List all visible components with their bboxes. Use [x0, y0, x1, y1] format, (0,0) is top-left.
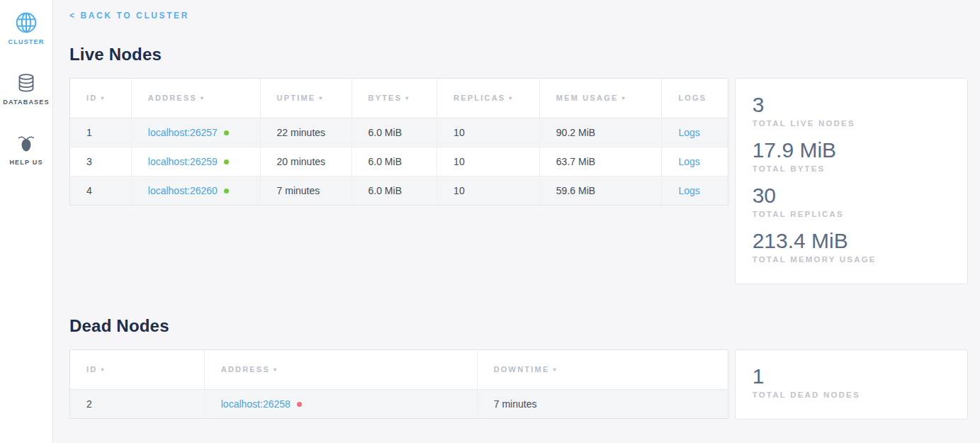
bug-icon [16, 131, 37, 155]
sidebar-item-databases[interactable]: DATABASES [0, 71, 52, 106]
cell-bytes: 6.0 MiB [351, 147, 437, 176]
back-to-cluster-link[interactable]: < BACK TO CLUSTER [69, 11, 189, 21]
cell-id: 4 [70, 176, 131, 205]
column-header-mem_usage[interactable]: MEM USAGE▾ [539, 79, 662, 118]
column-header-logs: LOGS [662, 79, 728, 118]
cell-mem_usage: 59.6 MiB [539, 176, 662, 205]
stat-label: TOTAL MEMORY USAGE [753, 255, 950, 264]
live-nodes-title: Live Nodes [69, 45, 968, 65]
sort-arrow-icon: ▾ [405, 95, 410, 101]
sort-arrow-icon: ▾ [274, 366, 278, 373]
live-nodes-summary-card: 3TOTAL LIVE NODES17.9 MiBTOTAL BYTES30TO… [735, 78, 968, 284]
column-header-replicas[interactable]: REPLICAS▾ [437, 79, 540, 118]
stat-value: 1 [753, 364, 950, 389]
cell-mem_usage: 63.7 MiB [539, 147, 662, 176]
summary-stat: 30TOTAL REPLICAS [753, 183, 950, 218]
node-live-status-dot [224, 159, 229, 164]
cell-bytes: 6.0 MiB [351, 176, 437, 205]
dead-nodes-table: ID▾ADDRESS▾DOWNTIME▾2localhost:262587 mi… [70, 350, 728, 418]
dead-nodes-summary-card: 1TOTAL DEAD NODES [735, 349, 968, 420]
logs-link[interactable]: Logs [678, 127, 699, 138]
column-header-bytes[interactable]: BYTES▾ [351, 79, 437, 118]
cell-bytes: 6.0 MiB [351, 118, 437, 147]
stat-label: TOTAL REPLICAS [753, 210, 950, 218]
sidebar-item-cluster[interactable]: CLUSTER [0, 11, 52, 45]
live-nodes-table-card: ID▾ADDRESS▾UPTIME▾BYTES▾REPLICAS▾MEM USA… [69, 78, 728, 206]
table-row: 4localhost:262607 minutes6.0 MiB1059.6 M… [70, 176, 728, 205]
cell-replicas: 10 [437, 118, 540, 147]
node-address-link[interactable]: localhost:26259 [148, 156, 218, 167]
column-header-address[interactable]: ADDRESS▾ [131, 79, 260, 118]
main-content: < BACK TO CLUSTER Live Nodes ID▾ADDRESS▾… [53, 0, 980, 420]
sidebar-item-label: CLUSTER [9, 38, 45, 45]
node-address-link[interactable]: localhost:26258 [221, 398, 291, 410]
table-header-row: ID▾ADDRESS▾UPTIME▾BYTES▾REPLICAS▾MEM USA… [70, 79, 728, 118]
summary-stat: 1TOTAL DEAD NODES [753, 364, 950, 399]
cell-address: localhost:26260 [131, 176, 260, 205]
cell-logs: Logs [662, 147, 728, 176]
stat-value: 3 [753, 92, 950, 118]
cell-logs: Logs [662, 176, 728, 205]
node-dead-status-dot [297, 402, 302, 407]
stat-label: TOTAL LIVE NODES [753, 119, 950, 128]
cell-address: localhost:26257 [131, 118, 260, 147]
summary-stat: 3TOTAL LIVE NODES [753, 92, 950, 128]
table-header-row: ID▾ADDRESS▾DOWNTIME▾ [70, 350, 728, 389]
stat-label: TOTAL DEAD NODES [753, 391, 950, 399]
cell-id: 2 [70, 389, 204, 418]
cell-uptime: 22 minutes [260, 118, 351, 147]
cell-uptime: 20 minutes [260, 147, 351, 176]
sidebar-item-label: DATABASES [3, 99, 49, 106]
summary-stat: 17.9 MiBTOTAL BYTES [753, 138, 950, 173]
globe-icon [14, 11, 38, 35]
sort-arrow-icon: ▾ [201, 95, 205, 101]
column-header-id[interactable]: ID▾ [70, 350, 204, 389]
databases-icon [16, 71, 37, 95]
cell-id: 3 [70, 147, 131, 176]
cell-address: localhost:26259 [131, 147, 260, 176]
column-header-address[interactable]: ADDRESS▾ [204, 350, 477, 389]
node-address-link[interactable]: localhost:26257 [148, 127, 218, 138]
stat-label: TOTAL BYTES [753, 164, 950, 173]
dead-nodes-section: ID▾ADDRESS▾DOWNTIME▾2localhost:262587 mi… [69, 349, 968, 420]
node-live-status-dot [224, 130, 229, 135]
sort-arrow-icon: ▾ [621, 95, 626, 101]
sort-arrow-icon: ▾ [319, 95, 323, 101]
logs-link[interactable]: Logs [678, 185, 699, 196]
summary-stat: 213.4 MiBTOTAL MEMORY USAGE [753, 228, 950, 264]
cell-address: localhost:26258 [204, 389, 477, 418]
node-address-link[interactable]: localhost:26260 [148, 185, 218, 196]
cell-replicas: 10 [437, 176, 540, 205]
cell-mem_usage: 90.2 MiB [539, 118, 662, 147]
table-row: 2localhost:262587 minutes [70, 389, 728, 418]
column-header-id[interactable]: ID▾ [70, 79, 131, 118]
logs-link[interactable]: Logs [678, 156, 699, 167]
sidebar: CLUSTER DATABASES HELP US [0, 0, 53, 443]
cell-replicas: 10 [437, 147, 540, 176]
live-nodes-section: ID▾ADDRESS▾UPTIME▾BYTES▾REPLICAS▾MEM USA… [69, 78, 968, 284]
stat-value: 213.4 MiB [753, 228, 950, 254]
cell-id: 1 [70, 118, 131, 147]
table-row: 1localhost:2625722 minutes6.0 MiB1090.2 … [70, 118, 728, 147]
cell-logs: Logs [662, 118, 728, 147]
sort-arrow-icon: ▾ [101, 366, 105, 373]
stat-value: 17.9 MiB [753, 138, 950, 163]
table-row: 3localhost:2625920 minutes6.0 MiB1063.7 … [70, 147, 728, 176]
cell-downtime: 7 minutes [477, 389, 727, 418]
sort-arrow-icon: ▾ [101, 95, 105, 101]
sidebar-item-help-us[interactable]: HELP US [0, 131, 52, 166]
sort-arrow-icon: ▾ [553, 366, 557, 373]
sort-arrow-icon: ▾ [509, 95, 513, 101]
cell-uptime: 7 minutes [260, 176, 351, 205]
node-live-status-dot [224, 189, 229, 194]
dead-nodes-table-card: ID▾ADDRESS▾DOWNTIME▾2localhost:262587 mi… [69, 349, 728, 419]
column-header-downtime[interactable]: DOWNTIME▾ [477, 350, 727, 389]
dead-nodes-title: Dead Nodes [69, 316, 968, 336]
stat-value: 30 [753, 183, 950, 208]
column-header-uptime[interactable]: UPTIME▾ [260, 79, 351, 118]
live-nodes-table: ID▾ADDRESS▾UPTIME▾BYTES▾REPLICAS▾MEM USA… [70, 79, 728, 205]
sidebar-item-label: HELP US [9, 159, 43, 166]
